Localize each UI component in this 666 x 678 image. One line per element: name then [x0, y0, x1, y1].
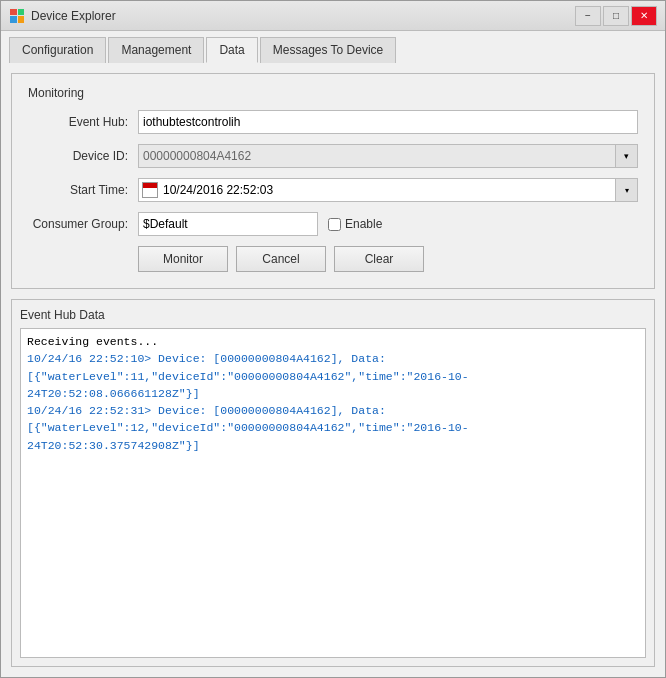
event-line: Receiving events... — [27, 333, 639, 350]
consumer-group-label: Consumer Group: — [28, 217, 138, 231]
start-time-label: Start Time: — [28, 183, 138, 197]
device-id-dropdown-button[interactable]: ▾ — [616, 144, 638, 168]
event-line: 10/24/16 22:52:31> Device: [00000000804A… — [27, 402, 639, 419]
consumer-group-input[interactable] — [138, 212, 318, 236]
monitoring-group-label: Monitoring — [28, 86, 638, 100]
device-id-label: Device ID: — [28, 149, 138, 163]
event-hub-data-group: Event Hub Data Receiving events...10/24/… — [11, 299, 655, 667]
device-id-input[interactable] — [138, 144, 616, 168]
enable-label: Enable — [345, 217, 382, 231]
event-hub-label: Event Hub: — [28, 115, 138, 129]
minimize-button[interactable]: − — [575, 6, 601, 26]
tab-messages-to-device[interactable]: Messages To Device — [260, 37, 397, 63]
tab-content: Monitoring Event Hub: Device ID: ▾ Start… — [1, 63, 665, 677]
device-id-row: Device ID: ▾ — [28, 144, 638, 168]
clear-button[interactable]: Clear — [334, 246, 424, 272]
event-hub-input[interactable] — [138, 110, 638, 134]
monitoring-group: Monitoring Event Hub: Device ID: ▾ Start… — [11, 73, 655, 289]
close-button[interactable]: ✕ — [631, 6, 657, 26]
event-line: [{"waterLevel":11,"deviceId":"0000000080… — [27, 368, 639, 403]
tab-data[interactable]: Data — [206, 37, 257, 63]
maximize-button[interactable]: □ — [603, 6, 629, 26]
consumer-group-row: Consumer Group: Enable — [28, 212, 638, 236]
enable-wrapper: Enable — [328, 217, 382, 231]
start-time-input[interactable] — [138, 178, 616, 202]
event-hub-row: Event Hub: — [28, 110, 638, 134]
device-id-wrapper: ▾ — [138, 144, 638, 168]
monitor-button[interactable]: Monitor — [138, 246, 228, 272]
start-time-wrapper: ▾ — [138, 178, 638, 202]
app-icon — [9, 8, 25, 24]
enable-checkbox[interactable] — [328, 218, 341, 231]
start-time-dropdown-button[interactable]: ▾ — [616, 178, 638, 202]
event-line: [{"waterLevel":12,"deviceId":"0000000080… — [27, 419, 639, 454]
main-window: Device Explorer − □ ✕ Configuration Mana… — [0, 0, 666, 678]
tab-bar: Configuration Management Data Messages T… — [1, 31, 665, 63]
event-hub-data-label: Event Hub Data — [20, 308, 646, 322]
window-controls: − □ ✕ — [575, 6, 657, 26]
button-row: Monitor Cancel Clear — [28, 246, 638, 272]
event-data-content[interactable]: Receiving events...10/24/16 22:52:10> De… — [20, 328, 646, 658]
consumer-row: Enable — [138, 212, 382, 236]
window-title: Device Explorer — [31, 9, 575, 23]
title-bar: Device Explorer − □ ✕ — [1, 1, 665, 31]
tab-management[interactable]: Management — [108, 37, 204, 63]
tab-configuration[interactable]: Configuration — [9, 37, 106, 63]
calendar-icon — [142, 182, 158, 198]
event-line: 10/24/16 22:52:10> Device: [00000000804A… — [27, 350, 639, 367]
cancel-button[interactable]: Cancel — [236, 246, 326, 272]
start-time-row: Start Time: ▾ — [28, 178, 638, 202]
